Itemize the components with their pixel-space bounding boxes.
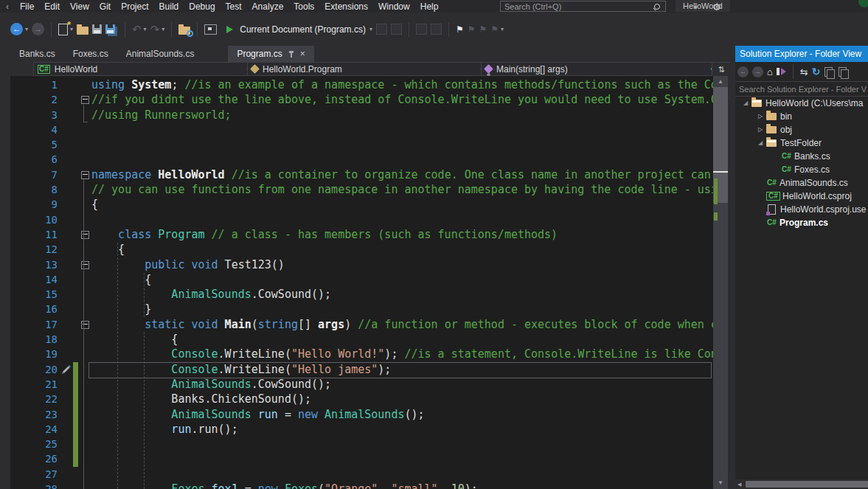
code-line-21[interactable]: 21AnimalSounds.CowSound(); [10, 377, 713, 392]
code-line-27[interactable]: 27 [10, 467, 713, 482]
code-editor[interactable]: 1using System; //is an example of a name… [10, 76, 713, 489]
type-dropdown[interactable]: HelloWorld.Program ▾ [247, 62, 488, 76]
code-line-7[interactable]: 7namespace HelloWorld //is a container t… [10, 167, 713, 182]
scrollbar-thumb[interactable] [746, 481, 868, 488]
code-line-1[interactable]: 1using System; //is an example of a name… [10, 77, 713, 92]
se-horizontal-scrollbar[interactable]: ◀ [735, 479, 868, 489]
code-line-24[interactable]: 24run.run(); [10, 422, 713, 437]
code-line-3[interactable]: 3//using Runnersworld; [10, 108, 713, 122]
code-line-22[interactable]: 22Banks.ChickenSound(); [10, 392, 713, 406]
scroll-up-icon[interactable]: ▲ [713, 79, 728, 85]
code-line-13[interactable]: 13public void Test123() [10, 257, 713, 272]
tab-foxes-cs[interactable]: Foxes.cs [64, 46, 117, 62]
open-file-icon[interactable] [77, 27, 88, 35]
member-dropdown[interactable]: Main(string[] args) ▾ [481, 62, 718, 76]
find-in-files-icon[interactable] [178, 27, 190, 35]
undo-dropdown-icon[interactable]: ▾ [144, 26, 147, 32]
search-box[interactable]: Search (Ctrl+Q) [500, 1, 666, 12]
split-editor-button[interactable]: ⇅ [712, 62, 730, 76]
expander-icon[interactable]: ◢ [740, 100, 751, 106]
scroll-down-icon[interactable]: ▼ [713, 480, 728, 486]
tree-item-program-cs[interactable]: C#Program.cs [735, 216, 868, 229]
tab-animalsounds-cs[interactable]: AnimalSounds.cs [117, 46, 204, 62]
navigate-back-button[interactable]: ← [10, 23, 23, 35]
toolbar-overflow-icon[interactable]: ▾ [501, 26, 504, 32]
start-run-icon[interactable] [226, 26, 233, 33]
menu-extensions[interactable]: Extensions [319, 1, 373, 12]
avatar[interactable] [858, 0, 868, 7]
code-line-18[interactable]: 18{ [10, 332, 713, 347]
fold-toggle-icon[interactable] [81, 96, 89, 104]
menu-window[interactable]: Window [373, 1, 415, 12]
new-file-icon[interactable] [58, 24, 68, 35]
code-line-25[interactable]: 25 [10, 437, 713, 451]
tab-banks-cs[interactable]: Banks.cs [10, 46, 64, 62]
tree-item-testfolder[interactable]: ◢TestFolder [735, 136, 868, 150]
run-target-dropdown-icon[interactable]: ▾ [369, 26, 372, 32]
navigate-back-dropdown-icon[interactable]: ▾ [25, 26, 28, 32]
menu-project[interactable]: Project [116, 1, 153, 12]
menu-help[interactable]: Help [415, 1, 444, 12]
project-dropdown[interactable]: C# HelloWorld ▾ [33, 62, 254, 76]
tab-program-cs[interactable]: Program.cs× [228, 46, 313, 62]
code-line-5[interactable]: 5 [10, 137, 713, 152]
home-icon[interactable]: ⌂ [767, 67, 773, 77]
tab-list-dropdown-icon[interactable]: ▾ [694, 4, 698, 11]
code-line-4[interactable]: 4 [10, 122, 713, 137]
code-line-16[interactable]: 16} [10, 302, 713, 316]
code-line-9[interactable]: 9{ [10, 197, 713, 212]
expander-icon[interactable]: ▷ [754, 127, 766, 133]
pin-icon[interactable] [288, 50, 295, 58]
menu-file[interactable]: File [15, 1, 39, 12]
menu-build[interactable]: Build [154, 1, 184, 12]
tree-item-animalsounds-cs[interactable]: C#AnimalSounds.cs [735, 176, 868, 190]
code-line-20[interactable]: 20Console.WriteLine("Hello james"); [10, 362, 713, 377]
editor-vertical-scrollbar[interactable]: ▲ ▼ [713, 76, 728, 489]
show-all-files-icon[interactable] [824, 67, 833, 77]
toggle-bookmark-button[interactable]: ⚑ [456, 25, 464, 34]
code-line-26[interactable]: 26 [10, 451, 713, 466]
account-label[interactable]: HelloWorld [676, 0, 730, 12]
menu-debug[interactable]: Debug [184, 1, 220, 12]
menu-git[interactable]: Git [94, 1, 116, 12]
code-line-2[interactable]: 2//if you didnt use the line above, inst… [10, 92, 713, 107]
menu-tools[interactable]: Tools [288, 1, 319, 12]
code-line-19[interactable]: 19Console.WriteLine("Hello World!"); //i… [10, 347, 713, 361]
tree-item-helloworld-c-users-ma[interactable]: ◢HelloWorld (C:\Users\ma [735, 97, 868, 110]
code-line-17[interactable]: 17static void Main(string[] args) //a fu… [10, 317, 713, 332]
run-target-label[interactable]: Current Document (Program.cs) [240, 24, 366, 35]
sync-with-active-document-icon[interactable]: ⇆ [800, 67, 808, 77]
code-line-15[interactable]: 15AnimalSounds.CowSound(); [10, 287, 713, 302]
code-line-10[interactable]: 10 [10, 212, 713, 227]
tree-item-helloworld-csproj[interactable]: C#HelloWorld.csproj [735, 190, 868, 203]
save-button[interactable] [92, 24, 102, 34]
redo-button[interactable]: ↷ [150, 24, 160, 35]
menu-analyze[interactable]: Analyze [247, 1, 289, 12]
menu-edit[interactable]: Edit [39, 1, 65, 12]
code-line-11[interactable]: 11class Program // a class - has members… [10, 227, 713, 242]
expander-icon[interactable]: ▷ [754, 114, 766, 119]
code-line-28[interactable]: 28Foxes fox1 = new Foxes("Orange", "smal… [10, 482, 713, 489]
redo-dropdown-icon[interactable]: ▾ [162, 26, 164, 32]
fold-toggle-icon[interactable] [81, 171, 89, 179]
preview-icon[interactable] [204, 24, 217, 35]
switch-views-icon[interactable] [777, 67, 786, 76]
tree-item-bin[interactable]: ▷bin [735, 110, 868, 123]
save-all-button[interactable] [105, 24, 115, 34]
gear-icon[interactable]: ⚙ [712, 2, 721, 12]
code-line-6[interactable]: 6 [10, 152, 713, 167]
menu-test[interactable]: Test [221, 1, 247, 12]
code-line-23[interactable]: 23AnimalSounds run = new AnimalSounds(); [10, 407, 713, 422]
tree-item-obj[interactable]: ▷obj [735, 123, 868, 136]
code-line-12[interactable]: 12{ [10, 242, 713, 257]
code-line-8[interactable]: 8// you can use functions from one names… [10, 182, 713, 197]
fold-toggle-icon[interactable] [81, 231, 89, 239]
expander-icon[interactable]: ◢ [754, 140, 766, 146]
close-icon[interactable]: × [300, 49, 305, 58]
tree-item-banks-cs[interactable]: C#Banks.cs [735, 150, 868, 163]
tree-item-helloworld-csproj-use[interactable]: HelloWorld.csproj.use [735, 203, 868, 216]
fold-toggle-icon[interactable] [81, 261, 89, 269]
se-search-box[interactable]: Search Solution Explorer - Folder V [735, 81, 868, 97]
code-line-14[interactable]: 14{ [10, 272, 713, 287]
undo-button[interactable]: ↶ [132, 24, 142, 35]
